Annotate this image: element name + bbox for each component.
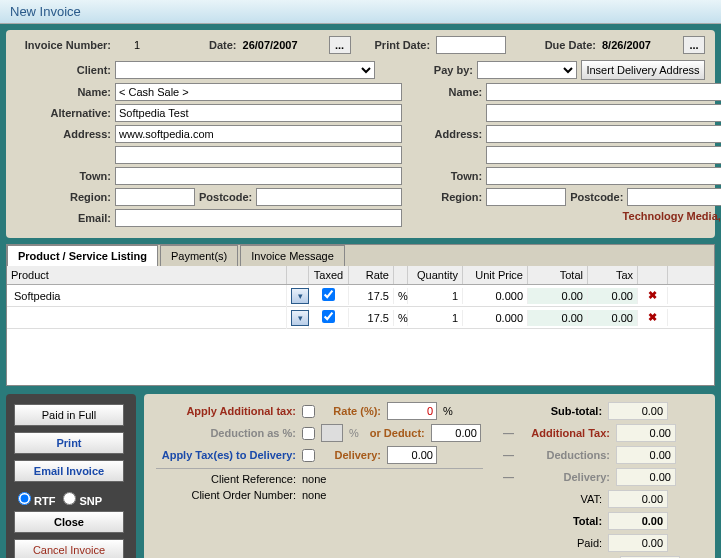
- address-input[interactable]: [115, 125, 402, 143]
- postcode-label: Postcode:: [199, 191, 252, 203]
- dash-icon: —: [503, 427, 514, 439]
- tab-invoice-message[interactable]: Invoice Message: [240, 245, 345, 266]
- name-input[interactable]: [115, 83, 402, 101]
- delivery-total-label: Delivery:: [520, 471, 610, 483]
- total-label: Total:: [512, 515, 602, 527]
- col-taxed: Taxed: [309, 266, 349, 284]
- tab-payments[interactable]: Payment(s): [160, 245, 238, 266]
- tab-product-listing[interactable]: Product / Service Listing: [7, 245, 158, 266]
- print-date-input[interactable]: [436, 36, 506, 54]
- due-date-value: 8/26/2007: [602, 39, 677, 51]
- delivery-address-input[interactable]: [486, 125, 721, 143]
- deductions-label: Deductions:: [520, 449, 610, 461]
- apply-additional-tax-label: Apply Additional tax:: [156, 405, 296, 417]
- town-label: Town:: [16, 170, 111, 182]
- col-tax: Tax: [588, 266, 638, 284]
- qty-cell[interactable]: 1: [408, 288, 463, 304]
- vat-value: 0.00: [608, 490, 668, 508]
- date-picker-button[interactable]: ...: [329, 36, 351, 54]
- delivery-region-input[interactable]: [486, 188, 566, 206]
- email-invoice-button[interactable]: Email Invoice: [14, 460, 124, 482]
- total-cell: 0.00: [528, 288, 588, 304]
- cancel-invoice-button[interactable]: Cancel Invoice: [14, 539, 124, 558]
- apply-delivery-tax-label: Apply Tax(es) to Delivery:: [156, 449, 296, 461]
- paid-in-full-button[interactable]: Paid in Full: [14, 404, 124, 426]
- tax-cell: 0.00: [588, 310, 638, 326]
- delivery-label: Delivery:: [321, 449, 381, 461]
- insert-delivery-address-button[interactable]: Insert Delivery Address: [581, 60, 705, 80]
- vat-label: VAT:: [512, 493, 602, 505]
- email-input[interactable]: [115, 209, 402, 227]
- address2-input[interactable]: [115, 146, 402, 164]
- due-date-label: Due Date:: [545, 39, 596, 51]
- taxed-checkbox[interactable]: [322, 310, 335, 323]
- rate-pct-input[interactable]: [387, 402, 437, 420]
- print-button[interactable]: Print: [14, 432, 124, 454]
- window-title: New Invoice: [0, 0, 721, 24]
- deduction-pct-input[interactable]: [321, 424, 343, 442]
- alternative-input[interactable]: [115, 104, 402, 122]
- delivery-address2-input[interactable]: [486, 146, 721, 164]
- product-cell-input[interactable]: [11, 287, 282, 305]
- due-date-picker-button[interactable]: ...: [683, 36, 705, 54]
- table-row: ▾17.5%10.0000.000.00✖: [7, 285, 714, 307]
- taxed-checkbox[interactable]: [322, 288, 335, 301]
- alternative-label: Alternative:: [16, 107, 111, 119]
- tax-cell: 0.00: [588, 288, 638, 304]
- deduction-as-checkbox[interactable]: [302, 427, 315, 440]
- name-label: Name:: [16, 86, 111, 98]
- delivery-name-label: Name:: [412, 86, 482, 98]
- payby-select[interactable]: [477, 61, 577, 79]
- total-value: 0.00: [608, 512, 668, 530]
- deduction-as-label: Deduction as %:: [156, 427, 296, 439]
- region-input[interactable]: [115, 188, 195, 206]
- snp-radio[interactable]: SNP: [63, 492, 102, 507]
- paid-label: Paid:: [512, 537, 602, 549]
- delivery-name2-input[interactable]: [486, 104, 721, 122]
- subtotal-value: 0.00: [608, 402, 668, 420]
- product-dropdown-button[interactable]: ▾: [291, 310, 309, 326]
- dash-icon: —: [503, 471, 514, 483]
- delivery-town-label: Town:: [412, 170, 482, 182]
- apply-additional-tax-checkbox[interactable]: [302, 405, 315, 418]
- table-row: ▾17.5%10.0000.000.00✖: [7, 307, 714, 329]
- delivery-postcode-input[interactable]: [627, 188, 721, 206]
- close-button[interactable]: Close: [14, 511, 124, 533]
- delivery-name-input[interactable]: [486, 83, 721, 101]
- company-footer: Technology Media, Bradford.: [412, 210, 721, 222]
- delivery-input[interactable]: [387, 446, 437, 464]
- subtotal-label: Sub-total:: [512, 405, 602, 417]
- deductions-value: 0.00: [616, 446, 676, 464]
- product-cell-input[interactable]: [11, 309, 282, 327]
- product-dropdown-button[interactable]: ▾: [291, 288, 309, 304]
- region-label: Region:: [16, 191, 111, 203]
- delivery-total-value: 0.00: [616, 468, 676, 486]
- client-select[interactable]: [115, 61, 375, 79]
- payby-label: Pay by:: [403, 64, 473, 76]
- delivery-region-label: Region:: [412, 191, 482, 203]
- unitprice-cell[interactable]: 0.000: [463, 288, 528, 304]
- addtax-value: 0.00: [616, 424, 676, 442]
- unitprice-cell[interactable]: 0.000: [463, 310, 528, 326]
- pct-cell: %: [394, 288, 408, 304]
- town-input[interactable]: [115, 167, 402, 185]
- rate-cell[interactable]: 17.5: [349, 310, 394, 326]
- pct-sign: %: [443, 405, 453, 417]
- rtf-radio[interactable]: RTF: [18, 492, 55, 507]
- qty-cell[interactable]: 1: [408, 310, 463, 326]
- delivery-address-label: Address:: [412, 128, 482, 140]
- rate-cell[interactable]: 17.5: [349, 288, 394, 304]
- delivery-town-input[interactable]: [486, 167, 721, 185]
- col-total: Total: [528, 266, 588, 284]
- col-unitprice: Unit Price: [463, 266, 528, 284]
- postcode-input[interactable]: [256, 188, 402, 206]
- address-label: Address:: [16, 128, 111, 140]
- apply-delivery-tax-checkbox[interactable]: [302, 449, 315, 462]
- total-cell: 0.00: [528, 310, 588, 326]
- dash-icon: —: [503, 449, 514, 461]
- or-deduct-label: or Deduct:: [365, 427, 425, 439]
- invoice-header-panel: Invoice Number: 1 Date: 26/07/2007 ... P…: [6, 30, 715, 238]
- delete-row-icon[interactable]: ✖: [648, 311, 657, 323]
- deduct-input[interactable]: [431, 424, 481, 442]
- delete-row-icon[interactable]: ✖: [648, 289, 657, 301]
